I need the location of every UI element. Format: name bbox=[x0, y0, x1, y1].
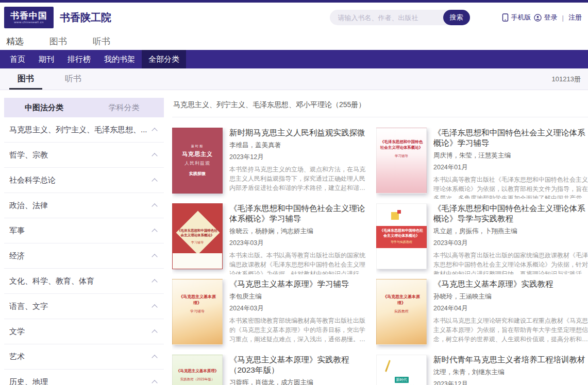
category-list-item[interactable]: 政治、法律 bbox=[4, 193, 164, 218]
cover-text-line: 《毛泽东思想和中国特色社会主义理论体系概论》 bbox=[380, 228, 423, 238]
cover-text-line: 人民利益观 bbox=[184, 160, 210, 167]
chevron-up-icon[interactable] bbox=[152, 254, 157, 259]
book-date: 2024年03月 bbox=[229, 304, 371, 313]
book-cover[interactable]: 新时代青年马克思主义者培养工程培训教材 bbox=[376, 355, 427, 385]
cover-text-line: 导学与实践教程 bbox=[391, 240, 412, 244]
book-date: 2023年03月 bbox=[433, 239, 588, 248]
chevron-up-icon[interactable] bbox=[152, 178, 157, 184]
logo-text: 书香中国 bbox=[10, 11, 47, 21]
book-info: 《毛泽东思想和中国特色社会主义理论体系概论》学习辅导 徐晓云，杨静娴，鸿志娇主编… bbox=[229, 203, 371, 274]
book-info: 《毛泽东思想和中国特色社会主义理论体系概论》学习辅导 周庆博，朱莹，汪慧英主编 … bbox=[433, 128, 588, 199]
category-list-item[interactable]: 马克思主义、列宁主义、毛泽东思想、... bbox=[4, 117, 164, 143]
nav-my-bookshelf[interactable]: 我的书架 bbox=[97, 50, 142, 68]
chevron-up-icon[interactable] bbox=[152, 229, 157, 234]
book-title[interactable]: 《毛泽东思想和中国特色社会主义理论体系概论》学习辅导 bbox=[433, 128, 588, 148]
book-title[interactable]: 新时期马克思主义人民利益观实践探微 bbox=[229, 128, 371, 138]
chevron-up-icon[interactable] bbox=[152, 128, 157, 133]
chevron-up-icon[interactable] bbox=[152, 355, 157, 360]
book-title[interactable]: 《毛泽东思想和中国特色社会主义理论体系概论》导学与实践教程 bbox=[433, 203, 588, 224]
sidebar-tabs: 中图法分类 学科分类 bbox=[4, 98, 164, 117]
book-date: 2024年01月 bbox=[433, 163, 588, 172]
book-author: 李包庚主编 bbox=[229, 292, 371, 301]
chevron-up-icon[interactable] bbox=[152, 329, 157, 335]
site-title: 书香陕工院 bbox=[60, 11, 111, 25]
book-card: 《毛泽东思想和中国特色社会主义理论体系概论》学习辅导 《毛泽东思想和中国特色社会… bbox=[376, 128, 588, 199]
nav-all-categories[interactable]: 全部分类 bbox=[142, 50, 186, 68]
chevron-up-icon[interactable] bbox=[152, 304, 157, 310]
header: 书香中国 www.chineseall.cn 书香陕工院 搜索 手机版 登录 |… bbox=[0, 3, 588, 32]
cover-text-line: 实践教程 bbox=[394, 309, 409, 314]
user-icon bbox=[534, 14, 542, 22]
book-description: 本书未出版。本书以高等教育出版社出版的国家统编思政课教材《毛泽东思想和中国特色社… bbox=[229, 251, 371, 274]
chevron-up-icon[interactable] bbox=[152, 380, 157, 385]
book-title[interactable]: 《毛泽东思想和中国特色社会主义理论体系概论》学习辅导 bbox=[229, 203, 371, 224]
nav-periodicals[interactable]: 期刊 bbox=[32, 50, 61, 68]
book-cover[interactable]: 《毛泽东思想和中国特色社会主义理论体系概论》学习辅导 bbox=[172, 203, 223, 269]
results-heading: 马克思主义、列宁主义、毛泽东思想、邓小平理论（255册） bbox=[172, 98, 588, 117]
book-description: 本书以马克思主义理论研究和建设工程重点教材《马克思主义基本原理》为依据，旨在帮助… bbox=[433, 316, 588, 344]
category-list-item[interactable]: 社会科学总论 bbox=[4, 168, 164, 193]
category-list-item[interactable]: 文学 bbox=[4, 319, 164, 344]
book-card: 新时代青年马克思主义者培养工程培训教材 新时代青年马克思主义者培养工程培训教材 … bbox=[376, 355, 588, 385]
book-date: 2023年12月 bbox=[433, 380, 588, 385]
book-title[interactable]: 《马克思主义基本原理》实践教程（2023年版） bbox=[229, 355, 371, 375]
nav-rankings[interactable]: 排行榜 bbox=[61, 50, 97, 68]
cover-text-line: 实践教程（2023年版） bbox=[180, 377, 214, 381]
book-cover[interactable]: 新时期马克思主义人民利益观实践探微 bbox=[172, 128, 223, 194]
category-sidebar: 中图法分类 学科分类 马克思主义、列宁主义、毛泽东思想、... 哲学、宗教 社会… bbox=[4, 98, 164, 385]
secondary-nav: 首页 期刊 排行榜 我的书架 全部分类 bbox=[0, 50, 588, 68]
tab-audiobooks[interactable]: 听书 bbox=[62, 68, 85, 90]
sidebar-tab-subject[interactable]: 学科分类 bbox=[84, 103, 164, 113]
book-title[interactable]: 《马克思主义基本原理》实践教程 bbox=[433, 279, 588, 289]
book-author: 巩立超，房振伟，卜翔燕主编 bbox=[433, 227, 588, 236]
category-list-item[interactable]: 艺术 bbox=[4, 344, 164, 370]
book-title[interactable]: 新时代青年马克思主义者培养工程培训教材 bbox=[433, 355, 588, 365]
category-label: 经济 bbox=[9, 251, 25, 261]
chevron-up-icon[interactable] bbox=[152, 203, 157, 209]
book-description: 本书紧密围绕教育部统编教材高等教育出版社出版的《马克思主义基本原理》中的培养目标… bbox=[229, 316, 371, 344]
cover-text-line: 学习辅导 bbox=[191, 240, 204, 245]
site-logo[interactable]: 书香中国 www.chineseall.cn bbox=[4, 7, 54, 28]
category-list-item[interactable]: 军事 bbox=[4, 218, 164, 243]
book-cover[interactable]: 《毛泽东思想和中国特色社会主义理论体系概论》学习辅导 bbox=[376, 128, 427, 194]
book-cover[interactable]: 《马克思主义基本原理》学习辅导 bbox=[172, 279, 223, 345]
category-label: 马克思主义、列宁主义、毛泽东思想、... bbox=[9, 125, 147, 135]
primary-nav-audiobooks[interactable]: 听书 bbox=[93, 36, 110, 47]
cover-text-line: 《马克思主义基本原理》 bbox=[176, 294, 219, 306]
book-card: 《马克思主义基本原理》学习辅导 《马克思主义基本原理》学习辅导 李包庚主编 20… bbox=[172, 279, 371, 350]
category-list-item[interactable]: 语言、文字 bbox=[4, 294, 164, 319]
cover-text-line: 学习辅导 bbox=[190, 309, 205, 314]
chevron-up-icon[interactable] bbox=[152, 279, 157, 285]
book-description: 本书以高等教育出版社出版的国家统编思政课教材《毛泽东思想和中国特色社会主义理论体… bbox=[433, 251, 588, 274]
register-link[interactable]: 注册 bbox=[568, 13, 582, 22]
mobile-version-link[interactable]: 手机版 bbox=[511, 13, 531, 22]
book-info: 新时期马克思主义人民利益观实践探微 李维昌，盖美真著 2023年12月 本书坚持… bbox=[229, 128, 371, 199]
book-title[interactable]: 《马克思主义基本原理》学习辅导 bbox=[229, 279, 371, 289]
search-button[interactable]: 搜索 bbox=[443, 10, 470, 25]
category-list-item[interactable]: 历史、地理 bbox=[4, 370, 164, 385]
cover-text-line: 马克思主义 bbox=[182, 150, 213, 159]
chevron-up-icon[interactable] bbox=[152, 153, 157, 159]
category-list-item[interactable]: 经济 bbox=[4, 243, 164, 269]
cover-text-line: 《毛泽东思想和中国特色社会主义理论体系概论》 bbox=[380, 139, 423, 151]
page: 书香中国 www.chineseall.cn 书香陕工院 搜索 手机版 登录 |… bbox=[0, 0, 588, 385]
book-cover[interactable]: 《马克思主义基本原理》实践教程 bbox=[376, 279, 427, 345]
category-label: 哲学、宗教 bbox=[9, 150, 48, 160]
nav-home[interactable]: 首页 bbox=[3, 50, 32, 68]
category-list: 马克思主义、列宁主义、毛泽东思想、... 哲学、宗教 社会科学总论 政治、法律 … bbox=[4, 117, 164, 385]
book-author: 沈理，朱青，刘继东主编 bbox=[433, 368, 588, 377]
primary-nav-featured[interactable]: 精选 bbox=[6, 36, 24, 47]
search-bar: 搜索 bbox=[330, 10, 470, 25]
category-list-item[interactable]: 文化、科学、教育、体育 bbox=[4, 269, 164, 294]
book-cover[interactable]: 《毛泽东思想和中国特色社会主义理论体系概论》导学与实践教程 bbox=[376, 203, 427, 269]
book-card: 新时期马克思主义人民利益观实践探微 新时期马克思主义人民利益观实践探微 李维昌，… bbox=[172, 128, 371, 199]
sidebar-tab-clc[interactable]: 中图法分类 bbox=[4, 103, 84, 113]
login-link[interactable]: 登录 bbox=[544, 13, 558, 22]
category-list-item[interactable]: 哲学、宗教 bbox=[4, 143, 164, 168]
book-author: 周庆博，朱莹，汪慧英主编 bbox=[433, 151, 588, 160]
book-cover[interactable]: 《马克思主义基本原理》实践教程（2023年版） bbox=[172, 355, 223, 385]
book-card: 《马克思主义基本原理》实践教程 《马克思主义基本原理》实践教程 孙晓玲，王涵映主… bbox=[376, 279, 588, 350]
cover-text-line: 实践探微 bbox=[189, 171, 206, 177]
primary-nav-books[interactable]: 图书 bbox=[49, 36, 67, 47]
tab-books[interactable]: 图书 bbox=[14, 68, 37, 90]
